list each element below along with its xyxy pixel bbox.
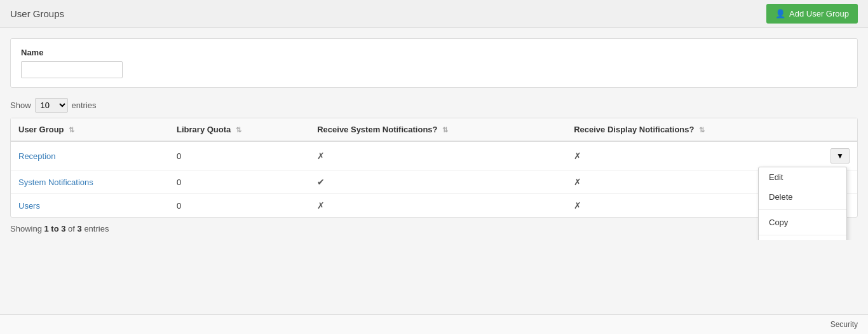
sort-icon-user-group: ⇅ bbox=[69, 126, 74, 134]
quota-cell: 0 bbox=[169, 194, 309, 218]
group-name-cell[interactable]: Users bbox=[11, 194, 169, 218]
col-display-notifications[interactable]: Receive Display Notifications? ⇅ bbox=[566, 118, 823, 141]
col-system-notifications[interactable]: Receive System Notifications? ⇅ bbox=[309, 118, 566, 141]
user-groups-table: User Group ⇅ Library Quota ⇅ Receive Sys… bbox=[11, 118, 857, 217]
system-notif-cell: ✔ bbox=[309, 170, 566, 194]
table-row: Reception 0 ✗ ✗ ▼ bbox=[11, 141, 857, 170]
name-filter-label: Name bbox=[21, 48, 847, 57]
table-row: System Notifications 0 ✔ ✗ bbox=[11, 170, 857, 194]
menu-divider-2 bbox=[759, 235, 846, 235]
table-row: Users 0 ✗ ✗ bbox=[11, 194, 857, 218]
page-title: User Groups bbox=[10, 8, 64, 19]
total-count: 3 bbox=[78, 224, 82, 233]
of-text: of bbox=[65, 224, 77, 233]
name-filter-input[interactable] bbox=[21, 61, 123, 78]
col-actions bbox=[823, 118, 857, 141]
group-name-cell[interactable]: System Notifications bbox=[11, 170, 169, 194]
menu-item-members[interactable]: Members bbox=[759, 238, 846, 240]
sort-icon-library-quota: ⇅ bbox=[236, 126, 241, 134]
entries-per-page-select[interactable]: 10 25 50 100 bbox=[35, 98, 68, 113]
filter-panel: Name bbox=[10, 38, 858, 88]
show-label: Show bbox=[10, 101, 31, 110]
system-notif-cell: ✗ bbox=[309, 194, 566, 218]
quota-cell: 0 bbox=[169, 170, 309, 194]
entries-suffix: entries bbox=[82, 224, 109, 233]
table-footer: Showing 1 to 3 of 3 entries bbox=[0, 218, 868, 240]
menu-divider-1 bbox=[759, 209, 846, 210]
display-notif-cell: ✗ bbox=[566, 141, 823, 170]
quota-cell: 0 bbox=[169, 141, 309, 170]
show-entries-control: Show 10 25 50 100 entries bbox=[10, 98, 858, 113]
group-name-cell[interactable]: Reception bbox=[11, 141, 169, 170]
col-user-group[interactable]: User Group ⇅ bbox=[11, 118, 169, 141]
system-notif-cell: ✗ bbox=[309, 141, 566, 170]
sort-icon-system-notifications: ⇅ bbox=[442, 126, 448, 134]
entries-label: entries bbox=[72, 101, 97, 110]
showing-range: 1 to 3 bbox=[44, 224, 65, 233]
menu-item-delete[interactable]: Delete bbox=[759, 187, 846, 207]
action-cell: ▼ bbox=[823, 141, 857, 170]
sort-icon-display-notifications: ⇅ bbox=[699, 126, 705, 134]
add-user-group-button[interactable]: 👤 Add User Group bbox=[766, 4, 858, 24]
row-action-button[interactable]: ▼ bbox=[831, 148, 850, 164]
page-header: User Groups 👤 Add User Group bbox=[0, 0, 868, 28]
action-dropdown-menu: Edit Delete Copy Members Page Security bbox=[758, 167, 847, 240]
table-header-row: User Group ⇅ Library Quota ⇅ Receive Sys… bbox=[11, 118, 857, 141]
col-library-quota[interactable]: Library Quota ⇅ bbox=[169, 118, 309, 141]
user-groups-table-container: User Group ⇅ Library Quota ⇅ Receive Sys… bbox=[10, 118, 858, 218]
menu-item-copy[interactable]: Copy bbox=[759, 212, 846, 232]
menu-item-edit[interactable]: Edit bbox=[759, 167, 846, 187]
showing-text: Showing bbox=[10, 224, 44, 233]
user-group-icon: 👤 bbox=[775, 9, 785, 18]
